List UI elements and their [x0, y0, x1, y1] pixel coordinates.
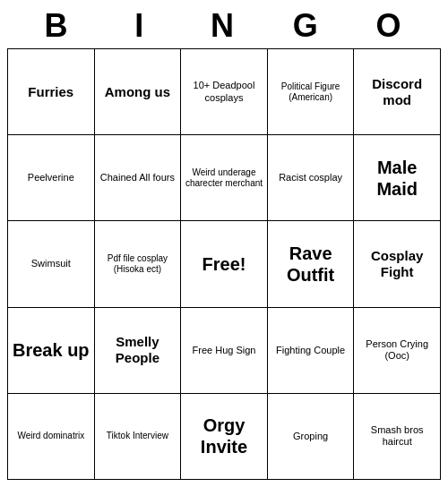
bingo-cell-18: Fighting Couple [268, 308, 355, 394]
cell-text-12: Free! [202, 253, 246, 275]
bingo-cell-3: Political Figure (American) [268, 49, 355, 135]
bingo-cell-10: Swimsuit [8, 221, 95, 307]
bingo-cell-19: Person Crying (Ooc) [354, 308, 441, 394]
cell-text-15: Break up [13, 339, 90, 361]
bingo-cell-8: Racist cosplay [268, 135, 355, 221]
cell-text-4: Discord mod [358, 76, 436, 108]
cell-text-1: Among us [105, 84, 170, 100]
cell-text-13: Rave Outfit [271, 243, 350, 286]
cell-text-21: Tiktok Interview [107, 431, 168, 441]
cell-text-10: Swimsuit [31, 258, 71, 269]
title-b: B [16, 7, 99, 45]
bingo-cell-11: Pdf file cosplay (Hisoka ect) [95, 221, 182, 307]
cell-text-3: Political Figure (American) [271, 81, 350, 103]
title-o: O [349, 7, 432, 45]
bingo-cell-4: Discord mod [354, 49, 441, 135]
cell-text-14: Cosplay Fight [358, 248, 436, 280]
bingo-cell-15: Break up [8, 308, 95, 394]
cell-text-11: Pdf file cosplay (Hisoka ect) [99, 253, 177, 275]
bingo-cell-14: Cosplay Fight [354, 221, 441, 307]
bingo-cell-17: Free Hug Sign [181, 308, 268, 394]
title-g: G [265, 7, 349, 45]
cell-text-6: Chained All fours [100, 172, 175, 184]
cell-text-19: Person Crying (Ooc) [358, 338, 436, 362]
bingo-cell-22: Orgy Invite [181, 394, 268, 480]
bingo-cell-13: Rave Outfit [268, 221, 355, 307]
cell-text-7: Weird underage charecter merchant [185, 167, 263, 189]
bingo-cell-5: Peelverine [8, 135, 95, 221]
cell-text-22: Orgy Invite [185, 414, 263, 457]
bingo-cell-6: Chained All fours [95, 135, 182, 221]
cell-text-16: Smelly People [99, 334, 177, 366]
title-i: I [99, 7, 183, 45]
cell-text-2: 10+ Deadpool cosplays [185, 80, 263, 103]
bingo-cell-23: Groping [268, 394, 355, 480]
bingo-cell-24: Smash bros haircut [354, 394, 441, 480]
cell-text-17: Free Hug Sign [193, 345, 256, 356]
cell-text-24: Smash bros haircut [358, 424, 436, 448]
cell-text-20: Weird dominatrix [17, 431, 84, 441]
cell-text-23: Groping [293, 431, 328, 442]
bingo-cell-12: Free! [181, 221, 268, 307]
bingo-cell-0: Furries [8, 49, 95, 135]
bingo-cell-20: Weird dominatrix [8, 394, 95, 480]
bingo-cell-1: Among us [95, 49, 182, 135]
cell-text-18: Fighting Couple [276, 345, 345, 356]
cell-text-5: Peelverine [28, 172, 74, 184]
cell-text-8: Racist cosplay [279, 172, 342, 184]
bingo-cell-2: 10+ Deadpool cosplays [181, 49, 268, 135]
cell-text-9: Male Maid [358, 157, 436, 200]
cell-text-0: Furries [28, 84, 73, 100]
bingo-title: B I N G O [7, 7, 441, 45]
bingo-grid: FurriesAmong us10+ Deadpool cosplaysPoli… [7, 48, 441, 480]
bingo-cell-16: Smelly People [95, 308, 182, 394]
bingo-cell-7: Weird underage charecter merchant [181, 135, 268, 221]
bingo-cell-9: Male Maid [354, 135, 441, 221]
title-n: N [183, 7, 266, 45]
bingo-cell-21: Tiktok Interview [95, 394, 182, 480]
